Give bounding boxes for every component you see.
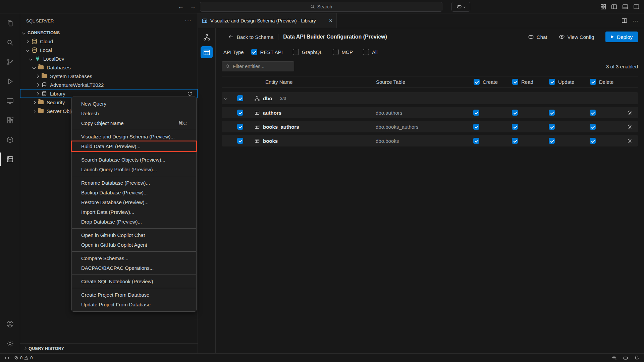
close-icon[interactable]: × [329,17,332,24]
connections-section-header[interactable]: CONNECTIONS [20,28,198,37]
menu-item-compare-schemas[interactable]: Compare Schemas... [72,253,196,263]
delete-checkbox[interactable] [590,110,596,116]
mcp-checkbox[interactable] [333,49,339,55]
menu-item-create-sql-notebook[interactable]: Create SQL Notebook (Preview) [72,277,196,286]
source-control-icon[interactable] [0,52,20,72]
toggle-secondary-sidebar-icon[interactable] [633,4,639,10]
zoom-icon[interactable] [612,355,617,360]
create-checkbox[interactable] [473,110,479,116]
copilot-menu-button[interactable] [451,2,470,12]
row-settings-gear-icon[interactable] [627,138,633,144]
menu-item-import-data[interactable]: Import Data (Preview)... [72,207,196,217]
row-settings-gear-icon[interactable] [627,124,633,130]
read-checkbox[interactable] [512,124,518,130]
menu-item-create-project-from-database[interactable]: Create Project From Database [72,290,196,300]
split-editor-icon[interactable] [622,18,627,23]
menu-item-open-copilot-chat[interactable]: Open in GitHub Copilot Chat [72,230,196,240]
api-option-mcp[interactable]: MCP [333,49,353,55]
rest-api-checkbox[interactable] [251,49,257,55]
tree-item-cloud[interactable]: Cloud [20,37,198,46]
menu-item-copy-object-name[interactable]: Copy Object Name ⌘C [72,118,196,128]
delete-checkbox[interactable] [590,124,596,130]
all-checkbox[interactable] [363,49,369,55]
chat-button[interactable]: Chat [528,34,547,40]
update-checkbox[interactable] [549,110,555,116]
tree-item-system-databases[interactable]: System Databases [20,72,198,80]
filter-entities-input[interactable] [222,61,294,71]
tree-item-adventureworks[interactable]: AdventureWorksLT2022 [20,80,198,89]
row-enabled-checkbox[interactable] [237,110,243,116]
api-option-graphql[interactable]: GraphQL [293,49,323,55]
row-settings-gear-icon[interactable] [627,110,633,116]
menu-item-visualize-design-schema[interactable]: Visualize and Design Schema (Preview)... [72,132,196,141]
toggle-panel-icon[interactable] [622,4,628,10]
toggle-sidebar-icon[interactable] [611,4,617,10]
database-projects-icon[interactable] [0,130,20,149]
tree-item-local[interactable]: Local [20,46,198,54]
entity-row-authors[interactable]: authors dbo.authors [222,107,638,118]
api-option-rest[interactable]: REST API [251,49,283,55]
history-forward-button[interactable]: → [190,3,196,10]
update-select-all-checkbox[interactable] [549,79,555,85]
delete-checkbox[interactable] [590,138,596,144]
view-config-button[interactable]: View Config [559,34,594,40]
search-view-icon[interactable] [0,33,20,52]
filter-entities-field[interactable] [233,64,296,69]
menu-item-launch-query-profiler[interactable]: Launch Query Profiler (Preview)... [72,165,196,174]
row-enabled-checkbox[interactable] [237,124,243,130]
remote-indicator[interactable] [5,356,9,360]
tree-item-localdev[interactable]: LocalDev [20,54,198,63]
data-api-builder-view-icon[interactable] [201,46,213,58]
copilot-status-icon[interactable] [623,355,628,361]
customize-layout-icon[interactable] [600,4,606,10]
refresh-icon[interactable] [187,91,192,96]
run-debug-icon[interactable] [0,72,20,91]
menu-item-open-copilot-agent[interactable]: Open in GitHub Copilot Agent [72,240,196,250]
back-to-schema-button[interactable]: Back to Schema [228,34,273,40]
command-center-search[interactable]: Search [200,2,442,12]
read-checkbox[interactable] [512,110,518,116]
editor-more-actions-icon[interactable]: ··· [633,18,639,23]
dbo-group-checkbox[interactable] [237,95,243,101]
menu-item-new-query[interactable]: New Query [72,99,196,109]
update-checkbox[interactable] [549,124,555,130]
menu-item-rename-database[interactable]: Rename Database (Preview)... [72,178,196,188]
problems-indicator[interactable]: 0 0 [14,355,33,360]
menu-item-build-data-api[interactable]: Build Data API (Preview)... [72,141,196,151]
tree-item-databases[interactable]: Databases [20,63,198,72]
delete-select-all-checkbox[interactable] [590,79,596,85]
explorer-icon[interactable] [0,13,20,33]
menu-item-search-database-objects[interactable]: Search Database Objects (Preview)... [72,155,196,165]
update-checkbox[interactable] [549,138,555,144]
history-back-button[interactable]: ← [178,3,184,10]
schema-diagram-view-icon[interactable] [201,31,213,43]
menu-item-drop-database[interactable]: Drop Database (Preview)... [72,217,196,227]
tab-schema-designer[interactable]: Visualize and Design Schema (Preview) - … [198,13,337,28]
api-option-all[interactable]: All [363,49,378,55]
menu-item-backup-database[interactable]: Backup Database (Preview)... [72,188,196,197]
sql-server-view-icon[interactable] [0,149,20,169]
entity-row-books-authors[interactable]: books_authors dbo.books_authors [222,121,638,132]
query-history-section-header[interactable]: QUERY HISTORY [20,343,198,353]
create-select-all-checkbox[interactable] [474,79,480,85]
graphql-checkbox[interactable] [293,49,299,55]
menu-item-update-project-from-database[interactable]: Update Project From Database [72,300,196,309]
extensions-icon[interactable] [0,111,20,130]
entity-row-books[interactable]: books dbo.books [222,135,638,146]
deploy-button[interactable]: Deploy [605,32,638,42]
menu-item-dacpac-bacpac-operations[interactable]: DACPAC/BACPAC Operations... [72,263,196,273]
accounts-icon[interactable] [0,314,20,334]
settings-gear-icon[interactable] [0,334,20,353]
create-checkbox[interactable] [473,124,479,130]
menu-item-restore-database[interactable]: Restore Database (Preview)... [72,197,196,207]
more-actions-icon[interactable]: ··· [185,17,192,24]
read-checkbox[interactable] [512,138,518,144]
row-enabled-checkbox[interactable] [237,138,243,144]
read-select-all-checkbox[interactable] [512,79,518,85]
remote-explorer-icon[interactable] [0,91,20,111]
schema-group-row-dbo[interactable]: dbo 3/3 [222,92,638,104]
create-checkbox[interactable] [473,138,479,144]
notifications-bell-icon[interactable] [634,355,639,360]
menu-item-refresh[interactable]: Refresh [72,109,196,118]
chevron-down-icon[interactable] [224,97,227,100]
